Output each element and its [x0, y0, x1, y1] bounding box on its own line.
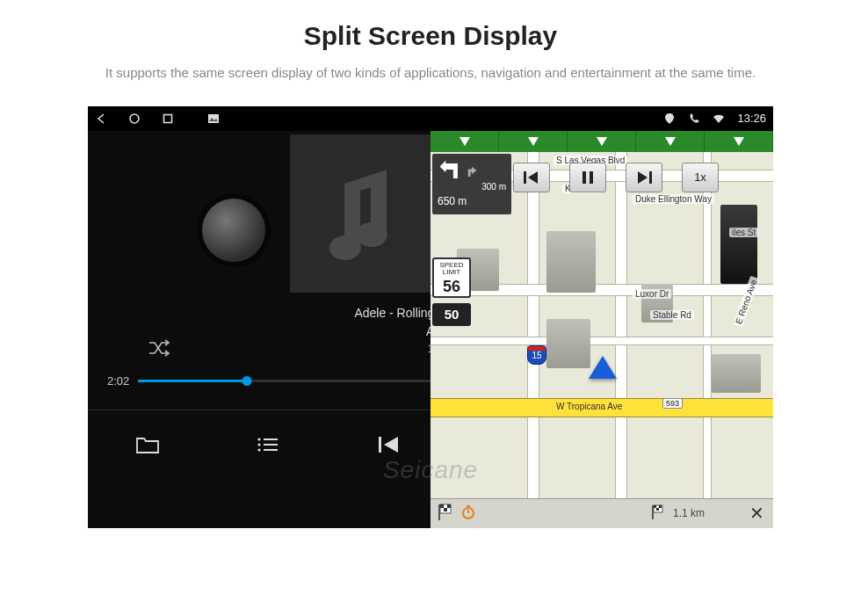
street-label-giles: iles St	[729, 228, 758, 237]
back-icon[interactable]	[95, 112, 107, 125]
speed-limit-sign: SPEED LIMIT 56	[432, 257, 471, 298]
recent-apps-icon[interactable]	[162, 112, 174, 125]
svg-rect-8	[264, 449, 278, 451]
lane-arrow-icon	[499, 131, 568, 152]
nav-bottom-bar: 1.1 km ✕	[430, 498, 773, 528]
folder-button[interactable]	[133, 430, 163, 460]
remaining-distance: 1.1 km	[673, 507, 705, 519]
current-speed: 50	[432, 303, 471, 326]
svg-rect-4	[264, 438, 278, 440]
total-turn-distance: 650 m	[438, 195, 506, 207]
navigation-pane: S Las Vegas Blvd Koval Ln Duke Ellington…	[430, 106, 773, 528]
svg-rect-12	[440, 504, 444, 508]
phone-icon	[688, 112, 700, 125]
map-speed-button[interactable]: 1x	[682, 163, 719, 192]
svg-point-5	[257, 443, 260, 446]
music-note-icon	[325, 161, 413, 266]
svg-rect-20	[659, 505, 662, 508]
vehicle-cursor-icon	[589, 356, 617, 379]
music-controls	[88, 416, 448, 474]
svg-rect-19	[654, 505, 656, 508]
svg-rect-25	[649, 171, 652, 184]
svg-rect-9	[379, 437, 381, 453]
lane-guidance-strip	[430, 131, 773, 152]
page-title: Split Screen Display	[0, 0, 861, 51]
status-bar: 13:26	[88, 106, 773, 131]
track-counter: 1/48	[246, 341, 448, 357]
location-icon	[663, 112, 676, 125]
lane-arrow-icon	[705, 131, 773, 152]
playlist-button[interactable]	[253, 430, 283, 460]
home-icon[interactable]	[128, 112, 141, 125]
street-label-tropicana: W Tropicana Ave	[554, 402, 625, 411]
lane-arrow-icon	[636, 131, 705, 152]
elapsed-time: 2:02	[107, 374, 129, 388]
wifi-icon	[713, 112, 725, 125]
turn-left-icon	[438, 159, 462, 182]
track-artist: Ade	[246, 322, 448, 341]
next-turn-distance: 300 m	[438, 182, 506, 192]
svg-rect-23	[582, 171, 586, 184]
svg-rect-14	[444, 508, 447, 511]
previous-button[interactable]	[373, 430, 403, 460]
street-label-stable: Stable Rd	[650, 310, 694, 320]
progress-row: 2:02	[107, 374, 448, 388]
timer-icon	[460, 504, 476, 523]
svg-rect-2	[208, 114, 219, 123]
svg-rect-21	[656, 508, 659, 511]
track-info: Adele - Rolling In Ade 1/48	[246, 304, 448, 357]
lane-arrow-icon	[430, 131, 499, 152]
speed-limit-value: 56	[434, 279, 469, 296]
svg-rect-6	[264, 444, 278, 446]
joystick-dot[interactable]	[202, 199, 265, 262]
svg-point-7	[257, 448, 260, 451]
svg-rect-24	[590, 171, 593, 184]
svg-rect-13	[447, 504, 451, 508]
turn-instruction-box: 300 m 650 m	[432, 154, 511, 214]
svg-rect-16	[467, 505, 470, 507]
progress-slider[interactable]	[138, 380, 448, 382]
map-media-controls: 1x	[513, 163, 719, 192]
svg-point-0	[130, 114, 139, 123]
music-pane: Adele - Rolling In Ade 1/48 2:02	[88, 106, 430, 528]
svg-rect-1	[164, 114, 172, 122]
album-art	[290, 134, 448, 293]
device-frame: 13:26 Adele - Rolling In Ade 1/48 2:02	[88, 106, 773, 528]
clock: 13:26	[737, 112, 766, 125]
svg-point-3	[257, 438, 260, 440]
map-next-button[interactable]	[626, 163, 662, 192]
map-canvas[interactable]: S Las Vegas Blvd Koval Ln Duke Ellington…	[430, 152, 773, 528]
map-prev-button[interactable]	[513, 163, 550, 192]
picture-icon[interactable]	[207, 112, 220, 125]
highway-shield: 15	[527, 345, 546, 365]
turn-right-small-icon	[466, 164, 481, 182]
address-shield: 593	[662, 398, 683, 409]
map-pause-button[interactable]	[569, 163, 606, 192]
page-subtitle: It supports the same screen display of t…	[0, 51, 861, 106]
shuffle-icon[interactable]	[148, 339, 170, 360]
street-label-duke: Duke Ellington Way	[633, 194, 714, 204]
route-flag-icon[interactable]	[436, 503, 453, 525]
track-title: Adele - Rolling In	[246, 304, 448, 322]
close-button[interactable]: ✕	[745, 502, 768, 525]
lane-arrow-icon	[568, 131, 636, 152]
svg-rect-22	[524, 171, 526, 184]
street-label-luxor: Luxor Dr	[633, 289, 671, 299]
dest-flag-icon	[650, 504, 666, 524]
